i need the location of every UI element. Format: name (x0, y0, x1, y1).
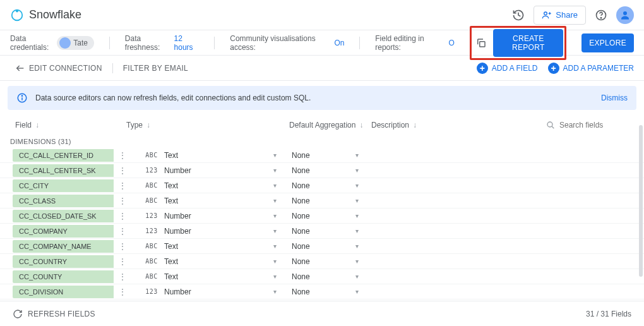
field-name-pill[interactable]: CC_CITY (13, 179, 114, 192)
field-type-cell[interactable]: ABCText▾ (144, 257, 292, 266)
field-name-pill[interactable]: CC_COMPANY_NAME (13, 240, 114, 253)
field-type-cell[interactable]: ABCText▾ (144, 181, 292, 190)
field-agg-cell[interactable]: None▾ (292, 212, 374, 220)
chevron-down-icon[interactable]: ▾ (273, 152, 277, 159)
add-field-link[interactable]: + ADD A FIELD (477, 63, 538, 74)
chevron-down-icon[interactable]: ▾ (355, 182, 359, 189)
scrollbar[interactable] (639, 125, 643, 277)
agg-label: None (292, 151, 310, 160)
chevron-down-icon[interactable]: ▾ (355, 227, 359, 234)
field-menu-button[interactable]: ⋮ (117, 243, 128, 250)
credentials-user-chip[interactable]: Tate (57, 36, 94, 50)
chevron-down-icon[interactable]: ▾ (355, 212, 359, 219)
field-agg-cell[interactable]: None▾ (292, 257, 374, 266)
field-agg-cell[interactable]: None▾ (292, 227, 374, 236)
chevron-down-icon[interactable]: ▾ (273, 182, 277, 189)
field-agg-cell[interactable]: None▾ (292, 272, 374, 281)
copy-button[interactable] (473, 33, 490, 53)
field-count: 31 / 31 Fields (586, 310, 631, 318)
col-field-header[interactable]: Field (15, 121, 32, 130)
help-icon[interactable] (593, 8, 609, 23)
data-credentials[interactable]: Data credentials: Tate (10, 34, 94, 52)
chevron-down-icon[interactable]: ▾ (355, 273, 359, 280)
field-agg-cell[interactable]: None▾ (292, 181, 374, 190)
agg-label: None (292, 212, 310, 220)
field-name-pill[interactable]: CC_COMPANY (13, 225, 114, 238)
field-name-pill[interactable]: CC_CALL_CENTER_ID (13, 149, 114, 162)
user-avatar[interactable] (616, 6, 634, 24)
chevron-down-icon[interactable]: ▾ (355, 152, 359, 159)
field-type-cell[interactable]: 123Number▾ (144, 166, 292, 175)
field-name-pill[interactable]: CC_COUNTY (13, 270, 114, 283)
field-type-cell[interactable]: ABCText▾ (144, 196, 292, 205)
create-report-button[interactable]: CREATE REPORT (493, 29, 563, 57)
col-desc-header[interactable]: Description (371, 121, 409, 130)
chevron-down-icon[interactable]: ▾ (355, 288, 359, 295)
sort-arrow-icon[interactable]: ↓ (413, 121, 417, 130)
field-type-cell[interactable]: ABCText▾ (144, 272, 292, 281)
history-icon[interactable] (511, 8, 526, 23)
chevron-down-icon[interactable]: ▾ (273, 273, 277, 280)
field-menu-button[interactable]: ⋮ (117, 152, 128, 159)
field-menu-button[interactable]: ⋮ (117, 258, 128, 265)
field-agg-cell[interactable]: None▾ (292, 196, 374, 205)
dismiss-link[interactable]: Dismiss (601, 94, 628, 102)
svg-point-6 (600, 17, 601, 18)
community-vis-access[interactable]: Community visualisations access: On (230, 34, 344, 52)
sort-arrow-icon[interactable]: ↓ (359, 121, 363, 130)
col-agg-header[interactable]: Default Aggregation (289, 121, 355, 130)
field-agg-cell[interactable]: None▾ (292, 242, 374, 251)
field-name-pill[interactable]: CC_CLASS (13, 195, 114, 207)
sort-arrow-icon[interactable]: ↓ (35, 121, 39, 130)
field-type-cell[interactable]: 123Number▾ (144, 212, 292, 220)
field-menu-button[interactable]: ⋮ (117, 198, 128, 204)
sort-arrow-icon[interactable]: ↓ (146, 121, 150, 130)
svg-point-1 (16, 9, 18, 12)
type-chip: ABC (144, 152, 159, 159)
field-type-cell[interactable]: ABCText▾ (144, 242, 292, 251)
field-agg-cell[interactable]: None▾ (292, 151, 374, 160)
refresh-fields-link[interactable]: REFRESH FIELDS (13, 309, 95, 319)
field-menu-button[interactable]: ⋮ (117, 274, 128, 280)
field-agg-cell[interactable]: None▾ (292, 287, 374, 296)
field-menu-button[interactable]: ⋮ (117, 183, 128, 189)
chevron-down-icon[interactable]: ▾ (273, 258, 277, 265)
field-name-pill[interactable]: CC_CALL_CENTER_SK (13, 164, 114, 177)
field-name-pill[interactable]: CC_CLOSED_DATE_SK (13, 210, 114, 222)
chevron-down-icon[interactable]: ▾ (273, 167, 277, 174)
field-menu-button[interactable]: ⋮ (117, 289, 128, 295)
chevron-down-icon[interactable]: ▾ (355, 243, 359, 250)
field-type-cell[interactable]: 123Number▾ (144, 227, 292, 236)
svg-line-14 (552, 126, 554, 128)
field-menu-button[interactable]: ⋮ (117, 213, 128, 219)
chevron-down-icon[interactable]: ▾ (355, 258, 359, 265)
type-chip: ABC (144, 182, 159, 189)
field-name-pill[interactable]: CC_COUNTRY (13, 255, 114, 268)
field-name-pill[interactable]: CC_DIVISION (13, 286, 114, 298)
edit-connection-link[interactable]: EDIT CONNECTION (10, 61, 107, 76)
chevron-down-icon[interactable]: ▾ (273, 212, 277, 219)
explore-button[interactable]: EXPLORE (581, 33, 634, 52)
field-type-cell[interactable]: ABCText▾ (144, 151, 292, 160)
field-agg-cell[interactable]: None▾ (292, 166, 374, 175)
svg-point-2 (544, 12, 547, 15)
data-freshness[interactable]: Data freshness: 12 hours (125, 34, 200, 52)
search-fields-input[interactable] (559, 121, 623, 130)
chevron-down-icon[interactable]: ▾ (355, 197, 359, 204)
chevron-down-icon[interactable]: ▾ (273, 288, 277, 295)
field-menu-button[interactable]: ⋮ (117, 228, 128, 234)
filter-by-email-link[interactable]: FILTER BY EMAIL (118, 61, 193, 75)
chevron-down-icon[interactable]: ▾ (355, 167, 359, 174)
chevron-down-icon[interactable]: ▾ (273, 243, 277, 250)
field-editing-reports[interactable]: Field editing in reports: O (375, 34, 455, 52)
share-button[interactable]: Share (534, 6, 586, 25)
chevron-down-icon[interactable]: ▾ (273, 197, 277, 204)
col-type-header[interactable]: Type (126, 121, 143, 130)
agg-label: None (292, 166, 310, 175)
app-title: Snowflake (29, 8, 81, 21)
add-parameter-link[interactable]: + ADD A PARAMETER (548, 63, 634, 74)
field-type-cell[interactable]: 123Number▾ (144, 287, 292, 296)
field-menu-button[interactable]: ⋮ (117, 167, 128, 174)
arrow-left-icon (15, 63, 25, 73)
chevron-down-icon[interactable]: ▾ (273, 227, 277, 234)
